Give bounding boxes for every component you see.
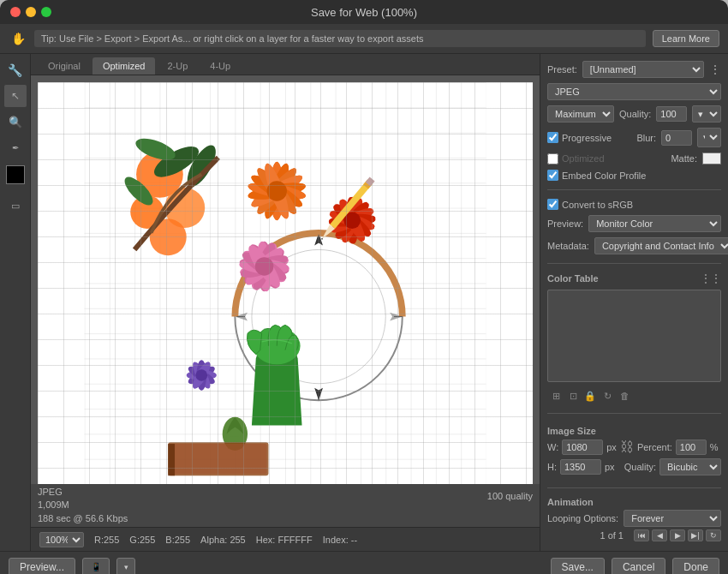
- convert-srgb-checkbox[interactable]: [547, 199, 558, 210]
- zoom-tool[interactable]: 🔧: [4, 59, 27, 81]
- done-button[interactable]: Done: [672, 558, 719, 575]
- dropdown-btn[interactable]: ▾: [116, 558, 135, 575]
- progressive-check: Progressive: [547, 132, 612, 143]
- canvas-info: JPEG 1,009M 188 sec @ 56.6 Kbps 100 qual…: [31, 484, 540, 527]
- px-label-h: px: [605, 462, 615, 472]
- matte-label: Matte:: [671, 153, 697, 164]
- save-button[interactable]: Save...: [551, 558, 605, 575]
- convert-srgb-row: Convert to sRGB: [547, 199, 721, 210]
- b-value: B:255: [165, 535, 190, 545]
- convert-srgb-label: Convert to sRGB: [562, 200, 633, 210]
- quality-dropdown[interactable]: ▾: [692, 105, 721, 123]
- close-button[interactable]: [10, 7, 21, 17]
- blur-input[interactable]: [661, 130, 692, 146]
- move-tool[interactable]: ↖: [4, 85, 27, 107]
- toolbar: ✋ Tip: Use File > Export > Export As... …: [0, 24, 728, 54]
- ct-lock-icon[interactable]: 🔒: [583, 389, 597, 403]
- percent-input[interactable]: [676, 439, 707, 455]
- tip-text: Tip: Use File > Export > Export As... or…: [34, 30, 646, 47]
- preset-select[interactable]: [Unnamed]: [582, 61, 704, 78]
- eyedropper-tool[interactable]: 🔍: [4, 111, 27, 133]
- hex-value: Hex: FFFFFF: [256, 535, 313, 545]
- anim-first-btn[interactable]: ⏮: [634, 529, 649, 541]
- ct-shift-icon[interactable]: ↻: [600, 389, 614, 403]
- anim-loop-btn[interactable]: ↻: [706, 529, 721, 541]
- foreground-color[interactable]: [6, 165, 25, 184]
- preset-row: Preset: [Unnamed] ⋮: [547, 61, 721, 78]
- anim-play-btn[interactable]: ▶: [670, 529, 685, 541]
- zoom-select[interactable]: 100% 50% 200%: [39, 532, 84, 547]
- quality-input[interactable]: [656, 106, 687, 122]
- window-title: Save for Web (100%): [311, 6, 417, 19]
- g-value: G:255: [129, 535, 155, 545]
- compression-row: Maximum High Medium Low Quality: ▾: [547, 105, 721, 123]
- optimized-checkbox[interactable]: [547, 153, 558, 164]
- embed-profile-label: Embed Color Profile: [562, 170, 646, 181]
- height-input[interactable]: [560, 459, 601, 475]
- alpha-value: Alpha: 255: [200, 535, 246, 545]
- color-table-area: [547, 290, 721, 382]
- format-select[interactable]: JPEG PNG-8 PNG-24 GIF: [547, 83, 721, 100]
- tabs-bar: Original Optimized 2-Up 4-Up: [31, 54, 540, 75]
- optimized-check: Optimized: [547, 153, 605, 164]
- matte-swatch[interactable]: [702, 152, 721, 164]
- tab-original[interactable]: Original: [38, 57, 91, 75]
- embed-profile-checkbox[interactable]: [547, 170, 558, 181]
- resample-select[interactable]: Bicubic: [659, 458, 721, 475]
- tab-4up[interactable]: 4-Up: [200, 57, 241, 75]
- minimize-button[interactable]: [26, 7, 36, 17]
- canvas-format: JPEG: [38, 487, 63, 497]
- ct-add-icon[interactable]: ⊡: [566, 389, 580, 403]
- learn-more-button[interactable]: Learn More: [653, 30, 719, 47]
- canvas-quality: 100 quality: [487, 491, 533, 501]
- px-label-w: px: [606, 442, 617, 452]
- divider-3: [547, 413, 721, 414]
- compression-select[interactable]: Maximum High Medium Low: [547, 105, 614, 123]
- titlebar: Save for Web (100%): [0, 0, 728, 24]
- image-size-title: Image Size: [547, 426, 596, 436]
- preview-select[interactable]: Monitor Color: [588, 215, 721, 232]
- preset-menu-icon[interactable]: ⋮: [709, 63, 721, 76]
- link-icon: ⛓: [620, 439, 634, 455]
- frame-count: 1 of 1: [600, 530, 624, 541]
- slice-tool[interactable]: ▭: [4, 194, 27, 217]
- canvas-time: 188 sec @ 56.6 Kbps: [38, 512, 128, 525]
- canvas-format-size: JPEG: [38, 486, 128, 499]
- tab-2up[interactable]: 2-Up: [157, 57, 198, 75]
- cancel-button[interactable]: Cancel: [612, 558, 665, 575]
- percent-label: Percent:: [637, 442, 672, 452]
- divider-4: [547, 487, 721, 488]
- tab-optimized[interactable]: Optimized: [92, 57, 156, 75]
- animation-controls: ⏮ ◀ ▶ ▶| ↻: [634, 529, 721, 541]
- hand-tool[interactable]: ✒: [4, 136, 27, 158]
- main-area: 🔧 ↖ 🔍 ✒ ▭ Original Optimized 2-Up 4-Up: [0, 54, 728, 551]
- ct-delete-icon[interactable]: 🗑: [618, 389, 631, 403]
- color-table-header: Color Table ⋮⋮: [547, 272, 721, 284]
- looping-row: Looping Options: Forever: [547, 510, 721, 527]
- device-preview-btn[interactable]: 📱: [82, 558, 110, 575]
- window-controls: [10, 7, 51, 17]
- looping-select[interactable]: Forever: [624, 510, 721, 527]
- image-size-section: Image Size W: px ⛓ Percent: % H: px Qu: [547, 426, 721, 479]
- metadata-label: Metadata:: [547, 241, 589, 251]
- metadata-select[interactable]: Copyright and Contact Info: [594, 237, 728, 254]
- ct-select-icon[interactable]: ⊞: [549, 389, 563, 403]
- anim-next-btn[interactable]: ▶|: [688, 529, 703, 541]
- hand-tool-icon[interactable]: ✋: [9, 29, 27, 48]
- color-table-menu-icon[interactable]: ⋮⋮: [701, 272, 721, 284]
- anim-prev-btn[interactable]: ◀: [652, 529, 667, 541]
- width-input[interactable]: [562, 439, 603, 455]
- quality2-label: Quality:: [624, 462, 656, 472]
- animation-section: Animation Looping Options: Forever 1 of …: [547, 497, 721, 544]
- progressive-checkbox[interactable]: [547, 132, 558, 143]
- zoom-control[interactable]: 100% 50% 200%: [39, 532, 84, 547]
- metadata-row: Metadata: Copyright and Contact Info: [547, 237, 721, 254]
- blur-dropdown[interactable]: ▾: [697, 128, 721, 147]
- color-table-title: Color Table: [547, 273, 599, 284]
- preview-button[interactable]: Preview...: [9, 558, 75, 575]
- grid-background: [38, 82, 533, 484]
- format-row: JPEG PNG-8 PNG-24 GIF: [547, 83, 721, 100]
- bottom-bar: Preview... 📱 ▾ Save... Cancel Done: [0, 551, 728, 574]
- maximize-button[interactable]: [41, 7, 51, 17]
- w-label: W:: [547, 442, 558, 452]
